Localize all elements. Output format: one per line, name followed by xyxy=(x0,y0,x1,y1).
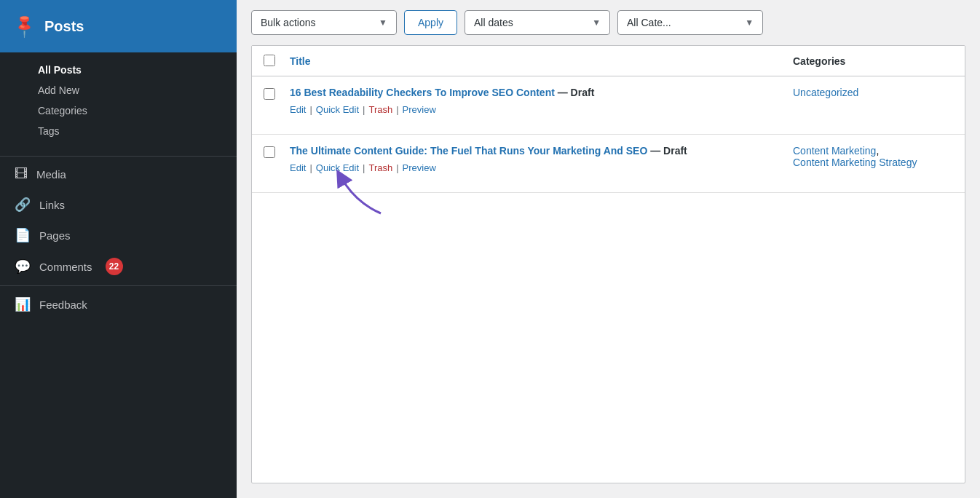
row2-checkbox-container xyxy=(264,145,290,160)
row1-category-link[interactable]: Uncategorized xyxy=(793,87,858,98)
sidebar-label-pages: Pages xyxy=(39,229,71,242)
comments-badge: 22 xyxy=(106,258,123,275)
row1-title: 16 Best Readability Checkers To Improve … xyxy=(290,87,781,98)
sidebar-item-all-posts[interactable]: All Posts xyxy=(0,60,237,80)
row2-sep1: | xyxy=(309,162,312,173)
row2-edit-link[interactable]: Edit xyxy=(290,162,306,173)
row2-category-link-2[interactable]: Content Marketing Strategy xyxy=(793,157,917,168)
row1-quick-edit-link[interactable]: Quick Edit xyxy=(316,104,359,115)
row1-categories: Uncategorized xyxy=(793,87,953,98)
sidebar-label-links: Links xyxy=(39,199,65,211)
sidebar-label-feedback: Feedback xyxy=(39,299,87,311)
row2-title-col: The Ultimate Content Guide: The Fuel Tha… xyxy=(290,145,793,173)
chevron-down-icon: ▼ xyxy=(379,17,387,28)
sidebar: 📌 Posts All Posts Add New Categories Tag… xyxy=(0,0,237,498)
links-icon: 🔗 xyxy=(15,197,31,213)
comments-icon: 💬 xyxy=(15,258,31,274)
sidebar-item-pages[interactable]: 📄 Pages xyxy=(0,220,237,250)
sidebar-label-comments: Comments xyxy=(39,261,92,273)
media-icon: 🎞 xyxy=(15,167,28,182)
row1-sep2: | xyxy=(363,104,365,115)
categories-column-header: Categories xyxy=(793,55,953,67)
pages-icon: 📄 xyxy=(15,227,31,243)
row1-trash-link[interactable]: Trash xyxy=(368,104,392,115)
row2-title-draft: — Draft xyxy=(650,145,687,157)
sidebar-item-tags[interactable]: Tags xyxy=(0,121,237,141)
row2-category-link-1[interactable]: Content Marketing xyxy=(793,145,876,157)
row1-sep1: | xyxy=(309,104,312,115)
table-header: Title Categories xyxy=(252,46,965,76)
row2-preview-link[interactable]: Preview xyxy=(403,162,436,173)
row2-title: The Ultimate Content Guide: The Fuel Tha… xyxy=(290,145,781,157)
sidebar-title: Posts xyxy=(44,18,84,35)
sidebar-item-add-new[interactable]: Add New xyxy=(0,80,237,100)
posts-table: Title Categories 16 Best Readability Che… xyxy=(251,45,965,483)
sidebar-item-categories[interactable]: Categories xyxy=(0,100,237,121)
select-all-checkbox[interactable] xyxy=(264,55,275,66)
row2-trash-link[interactable]: Trash xyxy=(368,162,392,173)
sidebar-divider-1 xyxy=(0,156,237,157)
main-content: Bulk actions ▼ Apply All dates ▼ All Cat… xyxy=(237,0,980,498)
all-categories-dropdown[interactable]: All Cate... ▼ xyxy=(617,10,763,35)
row1-checkbox-container xyxy=(264,87,290,102)
bulk-actions-dropdown[interactable]: Bulk actions ▼ xyxy=(251,10,397,35)
annotation-arrow xyxy=(333,166,392,217)
table-row: 16 Best Readability Checkers To Improve … xyxy=(252,76,965,135)
posts-submenu: All Posts Add New Categories Tags xyxy=(0,58,237,147)
row1-checkbox[interactable] xyxy=(264,88,275,100)
row2-categories: Content Marketing, Content Marketing Str… xyxy=(793,145,953,168)
sidebar-item-feedback[interactable]: 📊 Feedback xyxy=(0,289,237,320)
table-row: The Ultimate Content Guide: The Fuel Tha… xyxy=(252,135,965,193)
chevron-down-icon-3: ▼ xyxy=(745,17,754,28)
row2-sep2: | xyxy=(363,162,365,173)
sidebar-divider-2 xyxy=(0,285,237,286)
row1-title-link[interactable]: 16 Best Readability Checkers To Improve … xyxy=(290,87,555,98)
chevron-down-icon-2: ▼ xyxy=(592,17,601,28)
row2-checkbox[interactable] xyxy=(264,146,275,158)
posts-section: All Posts Add New Categories Tags xyxy=(0,52,237,153)
row2-sep3: | xyxy=(396,162,398,173)
row1-preview-link[interactable]: Preview xyxy=(403,104,436,115)
row1-actions: Edit | Quick Edit | Trash | Preview xyxy=(290,104,781,115)
all-categories-label: All Cate... xyxy=(627,17,671,28)
feedback-icon: 📊 xyxy=(15,296,31,312)
row1-title-draft: — Draft xyxy=(558,87,595,98)
all-dates-dropdown[interactable]: All dates ▼ xyxy=(465,10,610,35)
all-dates-label: All dates xyxy=(474,17,513,28)
sidebar-item-comments[interactable]: 💬 Comments 22 xyxy=(0,250,237,282)
sidebar-item-links[interactable]: 🔗 Links xyxy=(0,189,237,220)
posts-icon: 📌 xyxy=(11,12,38,39)
row2-actions: Edit | Quick Edit | Trash | Preview xyxy=(290,162,781,173)
title-column-header[interactable]: Title xyxy=(290,55,793,67)
sidebar-item-media[interactable]: 🎞 Media xyxy=(0,159,237,189)
row1-edit-link[interactable]: Edit xyxy=(290,104,306,115)
toolbar: Bulk actions ▼ Apply All dates ▼ All Cat… xyxy=(237,0,980,45)
bulk-actions-label: Bulk actions xyxy=(261,17,315,28)
sidebar-label-media: Media xyxy=(36,168,66,181)
row2-title-link[interactable]: The Ultimate Content Guide: The Fuel Tha… xyxy=(290,145,647,157)
apply-button[interactable]: Apply xyxy=(404,10,457,35)
content-area: Title Categories 16 Best Readability Che… xyxy=(237,45,980,498)
sidebar-header: 📌 Posts xyxy=(0,0,237,52)
select-all-check[interactable] xyxy=(264,53,290,68)
row1-sep3: | xyxy=(396,104,398,115)
row1-title-col: 16 Best Readability Checkers To Improve … xyxy=(290,87,793,115)
row2-quick-edit-link[interactable]: Quick Edit xyxy=(316,162,359,173)
